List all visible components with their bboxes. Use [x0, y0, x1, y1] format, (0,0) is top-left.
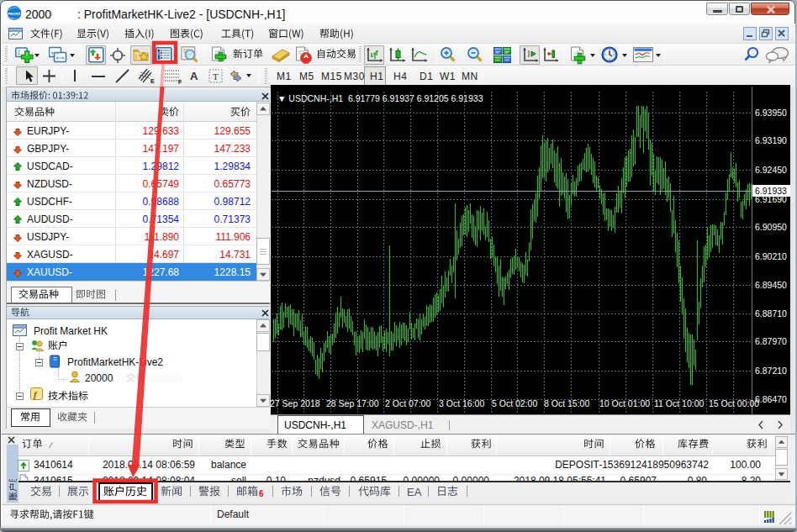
svg-text:F: F: [178, 79, 182, 85]
svg-text:PROFIT: PROFIT: [8, 12, 21, 16]
svg-text:T: T: [213, 71, 219, 82]
svg-text:E: E: [150, 78, 155, 84]
